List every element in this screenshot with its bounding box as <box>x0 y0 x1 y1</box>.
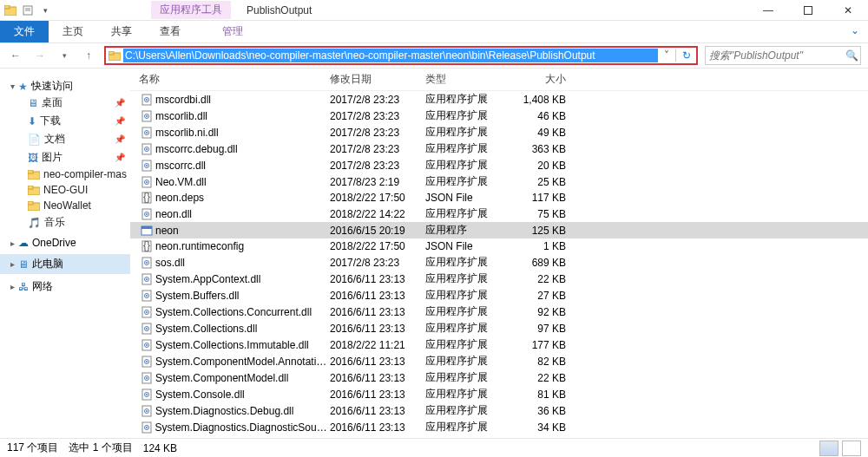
file-row[interactable]: System.Diagnostics.DiagnosticSourc...201… <box>130 419 868 435</box>
dll-icon <box>139 256 155 270</box>
file-row[interactable]: mscorrc.dll2017/2/8 23:23应用程序扩展20 KB <box>130 157 868 173</box>
folder-icon <box>106 51 123 61</box>
file-name: System.Diagnostics.Debug.dll <box>155 405 293 417</box>
address-input[interactable] <box>123 49 658 62</box>
minimize-button[interactable]: — <box>748 0 788 21</box>
file-row[interactable]: System.ComponentModel.dll2016/6/11 23:13… <box>130 369 868 386</box>
file-row[interactable]: mscorrc.debug.dll2017/2/8 23:23应用程序扩展363… <box>130 140 868 157</box>
file-row[interactable]: System.Collections.Concurrent.dll2016/6/… <box>130 304 868 320</box>
dll-icon <box>139 289 155 303</box>
sidebar-item[interactable]: 🖥桌面📌 <box>0 94 130 112</box>
file-row[interactable]: System.Console.dll2016/6/11 23:13应用程序扩展8… <box>130 386 868 402</box>
tab-share[interactable]: 共享 <box>97 21 146 42</box>
this-pc-group[interactable]: ▸🖥此电脑 <box>0 254 130 274</box>
folder-icon <box>28 186 40 195</box>
search-icon[interactable]: 🔍 <box>844 49 860 62</box>
sidebar-item-label: 音乐 <box>44 215 65 230</box>
tab-home[interactable]: 主页 <box>49 21 97 42</box>
quick-access-group[interactable]: ▾★快速访问 <box>0 79 130 94</box>
exe-icon <box>139 224 155 238</box>
column-headers: 名称 修改日期 类型 大小 <box>130 69 868 91</box>
tab-file[interactable]: 文件 <box>0 21 49 42</box>
chevron-right-icon: ▸ <box>10 259 15 269</box>
svg-point-55 <box>146 328 148 330</box>
svg-point-25 <box>146 148 148 150</box>
sidebar-item[interactable]: 🖼图片📌 <box>0 148 130 166</box>
file-date: 2017/2/8 23:23 <box>330 110 425 122</box>
svg-point-31 <box>146 181 148 183</box>
folder-icon: 📄 <box>28 134 41 146</box>
svg-point-22 <box>146 132 148 134</box>
maximize-button[interactable] <box>788 0 828 21</box>
file-row[interactable]: neon2016/6/15 20:19应用程序125 KB <box>130 222 868 238</box>
sidebar-item[interactable]: 📄文档📌 <box>0 130 130 148</box>
file-row[interactable]: System.Buffers.dll2016/6/11 23:13应用程序扩展2… <box>130 287 868 304</box>
sidebar-item[interactable]: 🎵音乐 <box>0 213 130 232</box>
sidebar-item[interactable]: NeoWallet <box>0 198 130 213</box>
ribbon-tabs: 文件 主页 共享 查看 管理 ⌄ <box>0 21 868 43</box>
column-size[interactable]: 大小 <box>512 72 582 87</box>
recent-dropdown[interactable]: ▾ <box>56 47 73 64</box>
sidebar-item[interactable]: ⬇下载📌 <box>0 112 130 130</box>
file-row[interactable]: mscorlib.ni.dll2017/2/8 23:23应用程序扩展49 KB <box>130 124 868 140</box>
sidebar-item[interactable]: neo-compiler-mas <box>0 166 130 182</box>
tab-manage[interactable]: 管理 <box>208 21 257 42</box>
tab-view[interactable]: 查看 <box>146 21 194 42</box>
file-row[interactable]: System.Collections.Immutable.dll2018/2/2… <box>130 336 868 353</box>
dll-icon <box>139 338 155 352</box>
file-row[interactable]: mscorlib.dll2017/2/8 23:23应用程序扩展46 KB <box>130 108 868 124</box>
file-row[interactable]: System.Collections.dll2016/6/11 23:13应用程… <box>130 320 868 336</box>
file-row[interactable]: Neo.VM.dll2017/8/23 2:19应用程序扩展25 KB <box>130 173 868 190</box>
file-row[interactable]: mscordbi.dll2017/2/8 23:23应用程序扩展1,408 KB <box>130 91 868 108</box>
close-button[interactable]: ✕ <box>828 0 868 21</box>
file-row[interactable]: {}neon.runtimeconfig2018/2/22 17:50JSON … <box>130 238 868 254</box>
file-row[interactable]: System.ComponentModel.Annotatio...2016/6… <box>130 353 868 369</box>
file-size: 25 KB <box>512 176 582 188</box>
folder-icon <box>3 3 17 17</box>
search-box[interactable]: 🔍 <box>705 46 861 65</box>
file-row[interactable]: {}neon.deps2018/2/22 17:50JSON File117 K… <box>130 190 868 206</box>
file-type: 应用程序扩展 <box>425 206 512 221</box>
back-button[interactable]: ← <box>7 47 24 64</box>
network-group[interactable]: ▸🖧网络 <box>0 279 130 294</box>
ribbon-expand-icon[interactable]: ⌄ <box>842 21 868 42</box>
column-type[interactable]: 类型 <box>425 72 512 87</box>
address-bar[interactable]: ˅ ↻ <box>104 46 698 65</box>
file-date: 2016/6/11 23:13 <box>330 421 425 434</box>
onedrive-group[interactable]: ▸☁OneDrive <box>0 237 130 249</box>
search-input[interactable] <box>706 49 844 62</box>
forward-button[interactable]: → <box>31 47 49 64</box>
column-date[interactable]: 修改日期 <box>330 72 425 87</box>
dll-icon <box>139 421 155 434</box>
folder-icon: 🎵 <box>28 217 41 229</box>
navigation-pane: ▾★快速访问 🖥桌面📌⬇下载📌📄文档📌🖼图片📌neo-compiler-masN… <box>0 69 130 444</box>
file-list[interactable]: 名称 修改日期 类型 大小 mscordbi.dll2017/2/8 23:23… <box>130 69 868 444</box>
file-row[interactable]: System.AppContext.dll2016/6/11 23:13应用程序… <box>130 271 868 287</box>
qat-dropdown-icon[interactable]: ▾ <box>38 3 52 17</box>
file-row[interactable]: System.Diagnostics.Debug.dll2016/6/11 23… <box>130 402 868 419</box>
file-type: 应用程序扩展 <box>425 255 512 270</box>
properties-icon[interactable] <box>21 3 35 17</box>
column-name[interactable]: 名称 <box>139 72 330 87</box>
file-name: mscordbi.dll <box>155 94 211 106</box>
up-button[interactable]: ↑ <box>80 47 97 64</box>
file-type: 应用程序扩展 <box>425 288 512 303</box>
file-type: 应用程序扩展 <box>425 125 512 140</box>
file-size: 49 KB <box>512 127 582 139</box>
thumbnails-view-button[interactable] <box>842 441 861 456</box>
sidebar-item[interactable]: NEO-GUI <box>0 182 130 198</box>
file-size: 97 KB <box>512 323 582 335</box>
file-row[interactable]: neon.dll2018/2/22 14:22应用程序扩展75 KB <box>130 206 868 222</box>
svg-text:{}: {} <box>143 240 150 251</box>
navigation-bar: ← → ▾ ↑ ˅ ↻ 🔍 <box>0 43 868 68</box>
address-dropdown-icon[interactable]: ˅ <box>658 49 675 62</box>
file-row[interactable]: sos.dll2017/2/8 23:23应用程序扩展689 KB <box>130 254 868 271</box>
svg-point-64 <box>146 377 148 379</box>
dll-icon <box>139 126 155 140</box>
svg-rect-13 <box>28 201 33 205</box>
refresh-button[interactable]: ↻ <box>675 49 696 62</box>
file-size: 81 KB <box>512 388 582 401</box>
dll-icon <box>139 93 155 107</box>
dll-icon <box>139 322 155 336</box>
details-view-button[interactable] <box>819 441 838 456</box>
